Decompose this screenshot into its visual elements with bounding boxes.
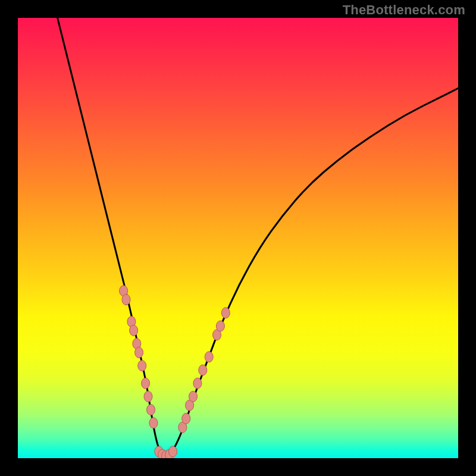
sample-marker xyxy=(205,352,213,362)
plot-area xyxy=(18,18,458,458)
sample-marker xyxy=(193,378,202,389)
markers-right-branch xyxy=(178,308,230,433)
chart-frame: TheBottleneck.com xyxy=(0,0,476,476)
bottleneck-curve-path xyxy=(58,18,458,458)
markers-left-branch xyxy=(120,286,158,428)
sample-marker xyxy=(130,325,138,336)
markers-bottom xyxy=(155,446,177,458)
sample-marker xyxy=(142,378,150,389)
sample-marker xyxy=(199,365,207,375)
sample-marker xyxy=(149,418,158,428)
sample-marker xyxy=(122,295,130,305)
sample-marker xyxy=(147,405,155,415)
sample-marker xyxy=(144,391,152,402)
sample-marker xyxy=(135,347,143,358)
curve-path-group xyxy=(58,18,458,458)
sample-marker xyxy=(216,321,224,331)
sample-marker xyxy=(169,446,177,457)
watermark-text: TheBottleneck.com xyxy=(343,2,465,18)
sample-marker xyxy=(221,308,230,318)
bottleneck-curve-svg xyxy=(18,18,458,458)
sample-marker xyxy=(138,361,146,371)
sample-marker xyxy=(189,391,198,402)
sample-marker xyxy=(182,413,190,424)
